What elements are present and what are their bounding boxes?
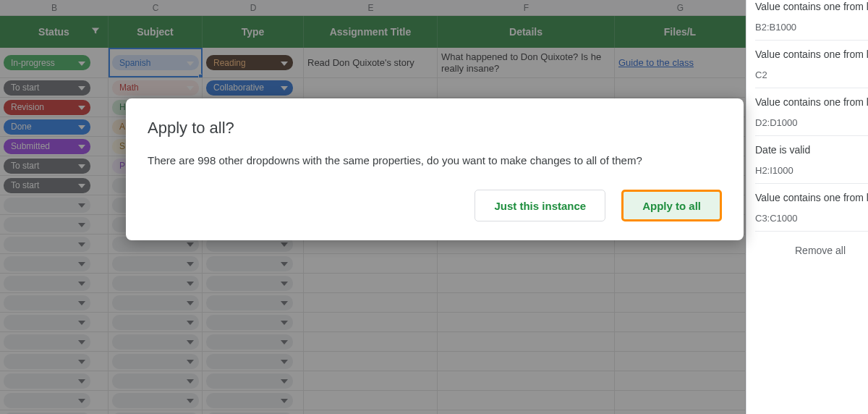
validation-rule[interactable]: Value contains one from listD2:D1000	[755, 88, 868, 136]
table-row: In-progressSpanishReadingRead Don Quixot…	[0, 48, 746, 78]
chevron-down-icon	[75, 395, 85, 405]
chevron-down-icon	[75, 161, 85, 171]
details-cell[interactable]: What happened to Don Quixote? Is he real…	[438, 48, 615, 77]
col-letter[interactable]: D	[203, 0, 304, 15]
dropdown-chip-empty[interactable]	[4, 217, 90, 232]
validation-rule[interactable]: Value contains one from listC2	[755, 41, 868, 88]
chevron-down-icon	[183, 376, 194, 386]
svg-marker-42	[78, 340, 85, 345]
dropdown-chip-empty[interactable]	[112, 295, 199, 310]
dropdown-chip-empty[interactable]	[4, 373, 90, 389]
dropdown-chip-empty[interactable]	[4, 198, 90, 213]
dropdown-chip[interactable]: Submitted	[4, 139, 90, 154]
validation-rule[interactable]: Value contains one from listB2:B1000	[755, 0, 868, 41]
svg-marker-44	[281, 340, 288, 345]
just-this-instance-button[interactable]: Just this instance	[475, 190, 605, 221]
validation-rule[interactable]: Value contains one from listC3:C1000	[755, 184, 868, 232]
table-row	[0, 352, 746, 371]
dropdown-chip-empty[interactable]	[4, 354, 90, 369]
dropdown-chip-empty[interactable]	[112, 334, 199, 350]
dropdown-chip-empty[interactable]	[112, 354, 199, 369]
chevron-down-icon	[75, 376, 85, 386]
svg-marker-0	[78, 62, 85, 66]
apply-to-all-button[interactable]: Apply to all	[621, 190, 722, 221]
chevron-down-icon	[183, 356, 194, 366]
dropdown-chip-empty[interactable]	[206, 295, 293, 310]
svg-marker-47	[281, 360, 288, 364]
dropdown-chip-empty[interactable]	[112, 393, 199, 408]
dropdown-chip-empty[interactable]	[206, 354, 293, 369]
dropdown-chip-empty[interactable]	[4, 315, 90, 330]
dropdown-chip-empty[interactable]	[206, 373, 293, 389]
dropdown-chip-empty[interactable]	[112, 276, 199, 291]
chevron-down-icon	[75, 200, 85, 210]
dropdown-chip-empty[interactable]	[206, 256, 293, 271]
filter-icon[interactable]	[90, 26, 101, 38]
rule-range: C3:C1000	[755, 213, 868, 224]
header-status: Status	[0, 16, 109, 48]
dropdown-chip-empty[interactable]	[4, 256, 90, 271]
svg-marker-41	[281, 321, 288, 325]
col-letter[interactable]: F	[438, 0, 615, 15]
col-letter[interactable]: G	[615, 0, 746, 15]
chevron-down-icon	[75, 102, 85, 112]
assignment-title[interactable]: Read Don Quixote's story	[304, 48, 438, 77]
dropdown-chip-empty[interactable]	[4, 334, 90, 350]
chevron-down-icon	[75, 278, 85, 288]
dropdown-chip[interactable]: Math	[112, 80, 199, 96]
dropdown-chip-empty[interactable]	[206, 276, 293, 291]
dropdown-chip[interactable]: Done	[4, 119, 90, 135]
svg-marker-18	[78, 184, 85, 188]
chevron-down-icon	[75, 297, 85, 308]
dropdown-chip-empty[interactable]	[206, 334, 293, 350]
chevron-down-icon	[75, 122, 85, 132]
dropdown-chip-empty[interactable]	[4, 393, 90, 408]
chevron-down-icon	[75, 83, 85, 93]
chevron-down-icon	[277, 239, 288, 249]
dropdown-chip[interactable]: To start	[4, 178, 90, 193]
header-row: Status Subject Type Assignment Title Det…	[0, 16, 746, 48]
dropdown-chip-empty[interactable]	[112, 256, 199, 271]
table-row	[0, 332, 746, 352]
svg-marker-3	[78, 86, 85, 90]
rule-range: H2:I1000	[755, 165, 868, 176]
dropdown-chip[interactable]: Spanish	[112, 55, 199, 70]
dropdown-chip-empty[interactable]	[4, 295, 90, 310]
file-link[interactable]: Guide to the class	[618, 57, 694, 68]
col-letter[interactable]: C	[109, 0, 203, 15]
header-assignment: Assignment Title	[304, 16, 438, 48]
dropdown-chip[interactable]: In-progress	[4, 55, 90, 70]
validation-rule[interactable]: Date is validH2:I1000	[755, 136, 868, 184]
dropdown-chip[interactable]: To start	[4, 159, 90, 174]
dropdown-chip[interactable]: Revision	[4, 100, 90, 115]
dropdown-chip-empty[interactable]	[112, 315, 199, 330]
svg-marker-34	[187, 282, 194, 286]
dropdown-chip-empty[interactable]	[206, 315, 293, 330]
dropdown-chip-empty[interactable]	[206, 393, 293, 408]
chevron-down-icon	[183, 395, 194, 405]
remove-all-button[interactable]: Remove all	[755, 232, 868, 256]
chevron-down-icon	[183, 297, 194, 308]
svg-marker-33	[78, 282, 85, 286]
chevron-down-icon	[183, 278, 194, 288]
chevron-down-icon	[75, 356, 85, 366]
col-letter[interactable]: B	[0, 0, 109, 15]
column-letter-row: B C D E F G	[0, 0, 746, 16]
svg-marker-15	[78, 164, 85, 169]
header-subject: Subject	[109, 16, 203, 48]
chevron-down-icon	[183, 337, 194, 347]
rule-range: B2:B1000	[755, 22, 868, 33]
data-validation-sidebar: Value contains one from listB2:B1000Valu…	[746, 0, 868, 414]
apply-to-all-dialog: Apply to all? There are 998 other dropdo…	[126, 98, 744, 240]
chevron-down-icon	[277, 395, 288, 405]
dropdown-chip[interactable]: To start	[4, 80, 90, 96]
rule-title: Value contains one from list	[755, 191, 868, 204]
rule-range: C2	[755, 69, 868, 80]
col-letter[interactable]: E	[304, 0, 438, 15]
dropdown-chip-empty[interactable]	[4, 237, 90, 252]
dropdown-chip-empty[interactable]	[112, 373, 199, 389]
chevron-down-icon	[277, 376, 288, 386]
dropdown-chip[interactable]: Collaborative	[206, 80, 293, 96]
dropdown-chip-empty[interactable]	[4, 276, 90, 291]
dropdown-chip[interactable]: Reading	[206, 55, 293, 70]
